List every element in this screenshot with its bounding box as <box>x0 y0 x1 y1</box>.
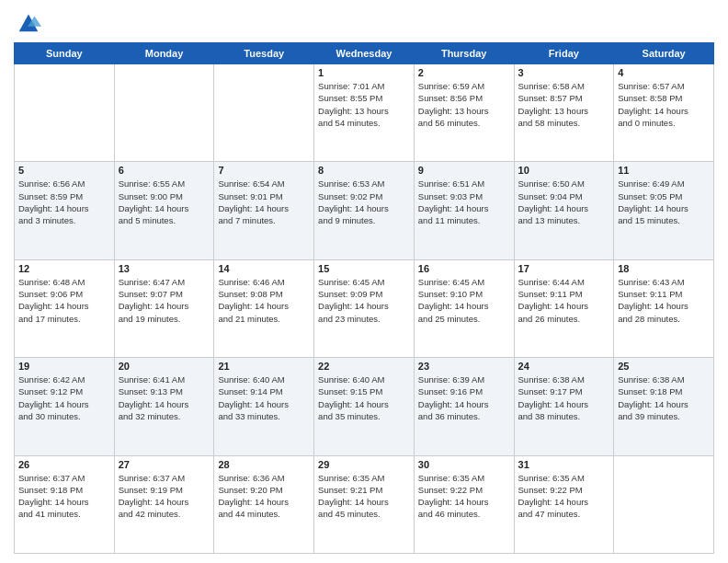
weekday-header-row: SundayMondayTuesdayWednesdayThursdayFrid… <box>15 43 714 64</box>
day-info: Sunrise: 6:39 AM Sunset: 9:16 PM Dayligh… <box>418 373 510 422</box>
day-cell: 10Sunrise: 6:50 AM Sunset: 9:04 PM Dayli… <box>514 162 614 259</box>
day-cell: 21Sunrise: 6:40 AM Sunset: 9:14 PM Dayli… <box>214 358 314 455</box>
day-info: Sunrise: 6:40 AM Sunset: 9:14 PM Dayligh… <box>218 373 310 422</box>
day-cell: 17Sunrise: 6:44 AM Sunset: 9:11 PM Dayli… <box>514 259 614 357</box>
day-cell: 15Sunrise: 6:45 AM Sunset: 9:09 PM Dayli… <box>314 259 415 357</box>
day-info: Sunrise: 6:45 AM Sunset: 9:09 PM Dayligh… <box>318 276 410 325</box>
day-number: 14 <box>218 263 310 274</box>
day-info: Sunrise: 6:41 AM Sunset: 9:13 PM Dayligh… <box>119 373 210 422</box>
day-cell <box>114 64 214 162</box>
day-info: Sunrise: 6:35 AM Sunset: 9:21 PM Dayligh… <box>318 472 410 521</box>
weekday-saturday: Saturday <box>614 43 714 64</box>
day-number: 2 <box>418 67 510 78</box>
day-info: Sunrise: 6:36 AM Sunset: 9:20 PM Dayligh… <box>218 472 310 521</box>
day-info: Sunrise: 6:35 AM Sunset: 9:22 PM Dayligh… <box>518 472 610 521</box>
day-cell: 2Sunrise: 6:59 AM Sunset: 8:56 PM Daylig… <box>414 64 514 162</box>
day-number: 27 <box>119 459 210 470</box>
day-cell: 30Sunrise: 6:35 AM Sunset: 9:22 PM Dayli… <box>414 455 514 553</box>
day-number: 26 <box>18 459 110 470</box>
day-number: 8 <box>318 165 410 176</box>
page: SundayMondayTuesdayWednesdayThursdayFrid… <box>0 0 728 563</box>
day-cell: 26Sunrise: 6:37 AM Sunset: 9:18 PM Dayli… <box>15 455 115 553</box>
day-cell: 28Sunrise: 6:36 AM Sunset: 9:20 PM Dayli… <box>214 455 314 553</box>
day-number: 17 <box>518 263 610 274</box>
day-number: 1 <box>318 67 410 78</box>
day-cell: 20Sunrise: 6:41 AM Sunset: 9:13 PM Dayli… <box>114 358 214 455</box>
day-number: 25 <box>618 361 710 372</box>
day-cell: 14Sunrise: 6:46 AM Sunset: 9:08 PM Dayli… <box>214 259 314 357</box>
day-number: 6 <box>119 165 210 176</box>
day-number: 10 <box>518 165 610 176</box>
day-number: 16 <box>418 263 510 274</box>
week-row-2: 5Sunrise: 6:56 AM Sunset: 8:59 PM Daylig… <box>15 162 714 259</box>
calendar-header: SundayMondayTuesdayWednesdayThursdayFrid… <box>15 43 714 64</box>
day-number: 9 <box>418 165 510 176</box>
day-info: Sunrise: 6:51 AM Sunset: 9:03 PM Dayligh… <box>418 178 510 226</box>
weekday-thursday: Thursday <box>414 43 514 64</box>
day-info: Sunrise: 6:44 AM Sunset: 9:11 PM Dayligh… <box>518 276 610 325</box>
day-cell: 12Sunrise: 6:48 AM Sunset: 9:06 PM Dayli… <box>15 259 115 357</box>
day-info: Sunrise: 6:38 AM Sunset: 9:17 PM Dayligh… <box>518 373 610 422</box>
day-info: Sunrise: 6:40 AM Sunset: 9:15 PM Dayligh… <box>318 373 410 422</box>
day-info: Sunrise: 6:58 AM Sunset: 8:57 PM Dayligh… <box>518 80 610 129</box>
day-info: Sunrise: 6:43 AM Sunset: 9:11 PM Dayligh… <box>618 276 710 325</box>
day-info: Sunrise: 6:50 AM Sunset: 9:04 PM Dayligh… <box>518 178 610 226</box>
day-cell: 11Sunrise: 6:49 AM Sunset: 9:05 PM Dayli… <box>614 162 714 259</box>
day-info: Sunrise: 6:47 AM Sunset: 9:07 PM Dayligh… <box>119 276 210 325</box>
day-cell: 29Sunrise: 6:35 AM Sunset: 9:21 PM Dayli… <box>314 455 415 553</box>
day-number: 13 <box>119 263 210 274</box>
day-info: Sunrise: 6:42 AM Sunset: 9:12 PM Dayligh… <box>18 373 110 422</box>
day-number: 22 <box>318 361 410 372</box>
week-row-3: 12Sunrise: 6:48 AM Sunset: 9:06 PM Dayli… <box>15 259 714 357</box>
day-info: Sunrise: 6:54 AM Sunset: 9:01 PM Dayligh… <box>218 178 310 226</box>
day-info: Sunrise: 6:56 AM Sunset: 8:59 PM Dayligh… <box>18 178 110 226</box>
day-info: Sunrise: 6:55 AM Sunset: 9:00 PM Dayligh… <box>119 178 210 226</box>
day-info: Sunrise: 6:53 AM Sunset: 9:02 PM Dayligh… <box>318 178 410 226</box>
calendar-body: 1Sunrise: 7:01 AM Sunset: 8:55 PM Daylig… <box>15 64 714 554</box>
day-cell: 19Sunrise: 6:42 AM Sunset: 9:12 PM Dayli… <box>15 358 115 455</box>
day-info: Sunrise: 6:37 AM Sunset: 9:18 PM Dayligh… <box>18 472 110 521</box>
day-cell: 22Sunrise: 6:40 AM Sunset: 9:15 PM Dayli… <box>314 358 415 455</box>
day-cell: 5Sunrise: 6:56 AM Sunset: 8:59 PM Daylig… <box>15 162 115 259</box>
weekday-friday: Friday <box>514 43 614 64</box>
day-number: 19 <box>18 361 110 372</box>
day-cell <box>15 64 115 162</box>
day-info: Sunrise: 6:37 AM Sunset: 9:19 PM Dayligh… <box>119 472 210 521</box>
day-cell: 7Sunrise: 6:54 AM Sunset: 9:01 PM Daylig… <box>214 162 314 259</box>
day-info: Sunrise: 6:45 AM Sunset: 9:10 PM Dayligh… <box>418 276 510 325</box>
day-cell: 13Sunrise: 6:47 AM Sunset: 9:07 PM Dayli… <box>114 259 214 357</box>
week-row-5: 26Sunrise: 6:37 AM Sunset: 9:18 PM Dayli… <box>15 455 714 553</box>
week-row-4: 19Sunrise: 6:42 AM Sunset: 9:12 PM Dayli… <box>15 358 714 455</box>
day-number: 29 <box>318 459 410 470</box>
day-number: 20 <box>119 361 210 372</box>
day-info: Sunrise: 6:38 AM Sunset: 9:18 PM Dayligh… <box>618 373 710 422</box>
day-number: 21 <box>218 361 310 372</box>
day-number: 12 <box>18 263 110 274</box>
day-cell: 25Sunrise: 6:38 AM Sunset: 9:18 PM Dayli… <box>614 358 714 455</box>
logo <box>14 9 41 35</box>
day-cell: 6Sunrise: 6:55 AM Sunset: 9:00 PM Daylig… <box>114 162 214 259</box>
week-row-1: 1Sunrise: 7:01 AM Sunset: 8:55 PM Daylig… <box>15 64 714 162</box>
weekday-wednesday: Wednesday <box>314 43 415 64</box>
day-number: 15 <box>318 263 410 274</box>
weekday-tuesday: Tuesday <box>214 43 314 64</box>
day-cell: 16Sunrise: 6:45 AM Sunset: 9:10 PM Dayli… <box>414 259 514 357</box>
day-number: 23 <box>418 361 510 372</box>
calendar: SundayMondayTuesdayWednesdayThursdayFrid… <box>14 42 714 554</box>
logo-icon <box>16 9 41 35</box>
day-info: Sunrise: 6:46 AM Sunset: 9:08 PM Dayligh… <box>218 276 310 325</box>
day-number: 7 <box>218 165 310 176</box>
day-number: 11 <box>618 165 710 176</box>
day-info: Sunrise: 6:35 AM Sunset: 9:22 PM Dayligh… <box>418 472 510 521</box>
day-cell: 3Sunrise: 6:58 AM Sunset: 8:57 PM Daylig… <box>514 64 614 162</box>
day-number: 18 <box>618 263 710 274</box>
day-info: Sunrise: 6:48 AM Sunset: 9:06 PM Dayligh… <box>18 276 110 325</box>
day-number: 5 <box>18 165 110 176</box>
day-number: 4 <box>618 67 710 78</box>
day-info: Sunrise: 6:49 AM Sunset: 9:05 PM Dayligh… <box>618 178 710 226</box>
day-info: Sunrise: 6:59 AM Sunset: 8:56 PM Dayligh… <box>418 80 510 129</box>
weekday-monday: Monday <box>114 43 214 64</box>
day-cell: 8Sunrise: 6:53 AM Sunset: 9:02 PM Daylig… <box>314 162 415 259</box>
day-cell <box>614 455 714 553</box>
weekday-sunday: Sunday <box>15 43 115 64</box>
